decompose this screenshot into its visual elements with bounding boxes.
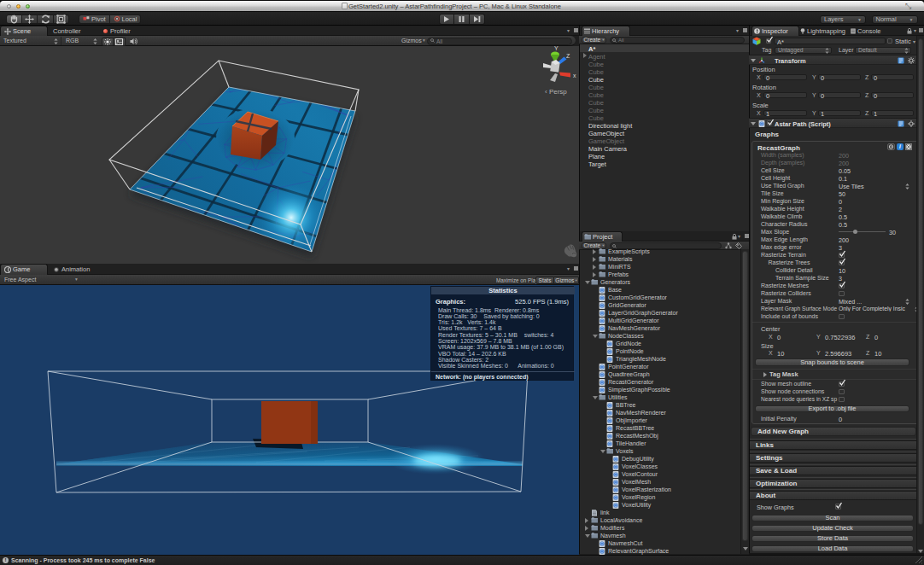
svg-text:x: x bbox=[573, 73, 576, 79]
svg-text:Y: Y bbox=[554, 46, 558, 51]
svg-text:‹ Persp: ‹ Persp bbox=[545, 88, 567, 96]
svg-text:Z: Z bbox=[566, 53, 570, 59]
